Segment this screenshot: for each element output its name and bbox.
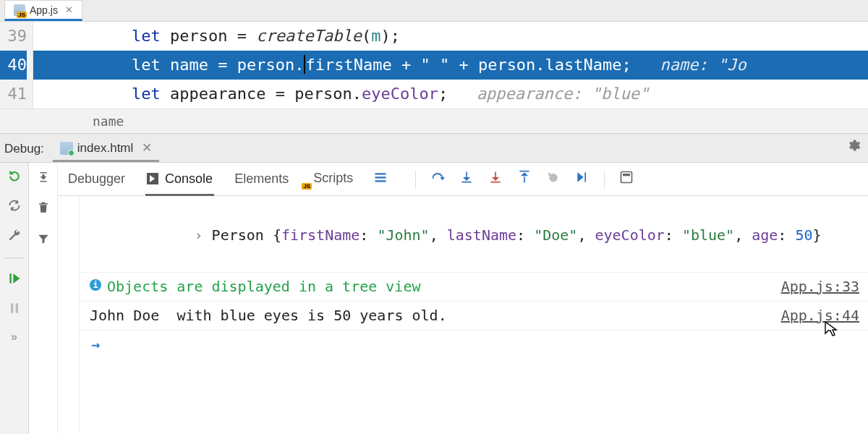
code-line-current[interactable]: let name = person.firstName + " " + pers… (33, 51, 868, 80)
evaluate-icon[interactable] (619, 170, 634, 188)
console-prompt[interactable]: → (80, 331, 868, 356)
inline-hint: name: "Jo (660, 56, 746, 74)
file-tab-app-js[interactable]: App.js ✕ (4, 0, 82, 21)
console-side-toolbar (29, 163, 58, 434)
svg-rect-7 (491, 182, 501, 183)
debug-main: Debugger Console Elements Scripts (58, 163, 868, 434)
tab-console[interactable]: Console (145, 164, 214, 196)
svg-rect-11 (623, 174, 630, 176)
info-icon: i (90, 279, 101, 291)
stack-icon[interactable] (373, 170, 388, 188)
svg-rect-4 (375, 176, 386, 179)
code-area[interactable]: let person = createTable(m); let name = … (33, 22, 868, 109)
code-editor[interactable]: 39 40 41 let person = createTable(m); le… (0, 22, 868, 109)
debug-session-tab[interactable]: index.html ✕ (53, 140, 159, 162)
console-row-log[interactable]: John Doe with blue eyes is 50 years old.… (80, 302, 868, 331)
step-toolbar (415, 170, 634, 188)
line-number[interactable]: 40 (0, 51, 27, 80)
debugger-tab-bar: Debugger Console Elements Scripts (58, 163, 868, 196)
line-number[interactable]: 41 (0, 80, 27, 109)
console-gutter (58, 196, 80, 434)
separator (604, 171, 605, 188)
run-to-cursor-disabled-icon[interactable] (546, 170, 561, 188)
debug-panel: » Debugger Console Elements Scripts (0, 163, 868, 434)
line-number[interactable]: 39 (0, 22, 27, 51)
step-into-icon[interactable] (459, 170, 474, 188)
run-to-cursor-icon[interactable] (575, 170, 590, 188)
svg-rect-5 (375, 180, 386, 182)
gear-icon[interactable] (846, 138, 861, 156)
console-output[interactable]: › Person {firstName: "John", lastName: "… (58, 196, 868, 434)
filter-icon[interactable] (37, 232, 50, 247)
code-line[interactable]: let appearance = person.eyeColor; appear… (33, 80, 868, 109)
step-into-red-icon[interactable] (488, 170, 503, 188)
svg-rect-0 (9, 273, 12, 283)
source-link[interactable]: App.js:33 (773, 276, 859, 298)
console-run-icon (147, 173, 158, 184)
trash-icon[interactable] (37, 201, 50, 216)
step-over-icon[interactable] (430, 170, 445, 188)
svg-rect-8 (520, 171, 529, 172)
svg-rect-9 (585, 172, 587, 182)
resume-icon[interactable] (7, 271, 22, 288)
close-icon[interactable]: ✕ (65, 4, 73, 15)
console-body: › Person {firstName: "John", lastName: "… (80, 196, 868, 434)
step-out-icon[interactable] (517, 170, 532, 188)
rerun-icon[interactable] (7, 169, 22, 185)
refresh-icon[interactable] (7, 198, 22, 215)
console-row-info[interactable]: i Objects are displayed in a tree view A… (80, 273, 868, 302)
mouse-cursor-icon (823, 320, 838, 345)
console-row-object[interactable]: › Person {firstName: "John", lastName: "… (80, 199, 868, 273)
debug-panel-header: Debug: index.html ✕ (0, 134, 868, 163)
html-file-icon (60, 142, 73, 155)
svg-rect-3 (375, 173, 386, 175)
pause-icon[interactable] (7, 301, 22, 318)
debug-label: Debug: (4, 142, 44, 162)
js-file-icon (14, 4, 25, 16)
svg-rect-6 (462, 182, 472, 183)
scroll-to-end-icon[interactable] (37, 170, 50, 185)
close-icon[interactable]: ✕ (142, 140, 152, 156)
svg-rect-1 (11, 303, 13, 312)
breadcrumb[interactable]: name (0, 109, 868, 134)
svg-rect-10 (621, 172, 632, 183)
source-link[interactable]: App.js:44 (773, 305, 859, 327)
line-gutter: 39 40 41 (0, 22, 33, 109)
tab-scripts[interactable]: Scripts (309, 163, 354, 195)
svg-rect-2 (15, 303, 17, 312)
code-line[interactable]: let person = createTable(m); (33, 22, 868, 51)
more-icon[interactable]: » (11, 331, 17, 344)
wrench-icon[interactable] (7, 228, 22, 244)
editor-tab-bar: App.js ✕ (0, 0, 868, 22)
inline-hint: appearance: "blue" (477, 85, 649, 103)
tab-debugger[interactable]: Debugger (67, 164, 127, 194)
debug-run-toolbar: » (0, 163, 29, 434)
file-tab-label: App.js (30, 4, 58, 16)
tab-elements[interactable]: Elements (233, 164, 290, 194)
